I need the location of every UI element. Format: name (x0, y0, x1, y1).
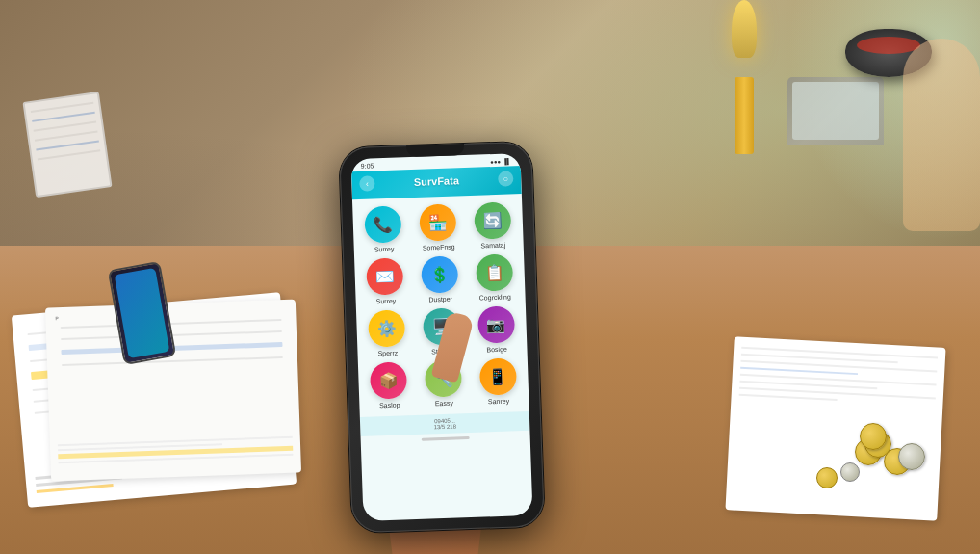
app-item-7[interactable]: ⚙️ Sperrz (362, 309, 412, 357)
app-label-7: Sperrz (377, 350, 398, 357)
app-item-4[interactable]: ✉️ Surrey (360, 257, 410, 305)
main-scene: P (0, 0, 980, 554)
app-icon-symbol-10: 📦 (379, 371, 400, 390)
app-item-2[interactable]: 🏪 SomeFnsg (413, 203, 463, 251)
app-icon-3[interactable]: 🔄 (474, 201, 511, 239)
app-label-4: Surrey (376, 298, 397, 305)
phone-notch (406, 144, 464, 157)
app-icon-symbol-1: 📞 (374, 215, 394, 234)
signal-icon: ●●● (490, 158, 501, 164)
app-icon-9[interactable]: 📷 (477, 305, 515, 343)
app-title: SurvFata (374, 173, 498, 189)
app-item-10[interactable]: 📦 Saslop (364, 361, 414, 409)
home-bar (422, 436, 470, 441)
app-icon-2[interactable]: 🏪 (419, 203, 456, 241)
app-label-3: Samataj (480, 242, 505, 250)
notebook (22, 92, 112, 198)
app-icon-1[interactable]: 📞 (365, 205, 402, 243)
app-item-6[interactable]: 📋 Cogrckling (469, 253, 519, 302)
app-icon-12[interactable]: 📱 (478, 357, 516, 395)
app-icon-symbol-6: 📋 (484, 263, 504, 282)
search-button[interactable]: ○ (498, 171, 514, 187)
app-label-9: Bosige (486, 346, 507, 354)
coin-3 (860, 423, 887, 450)
coin-5 (898, 443, 925, 470)
second-phone-screen (115, 268, 170, 358)
laptop-background (787, 77, 884, 145)
app-label-6: Cogrckling (479, 293, 511, 301)
app-icon-5[interactable]: 💲 (421, 255, 458, 293)
app-icon-symbol-7: ⚙️ (377, 319, 398, 338)
status-icons: ●●● ▐▌ (490, 158, 511, 165)
app-label-2: SomeFnsg (423, 243, 455, 251)
app-icon-symbol-5: 💲 (429, 265, 450, 284)
person-background (903, 39, 980, 231)
app-label-5: Dustper (428, 296, 452, 303)
lamp (730, 0, 759, 154)
app-icon-symbol-12: 📱 (488, 367, 508, 386)
app-label-12: Sanrey (488, 398, 509, 406)
app-item-9[interactable]: 📷 Bosige (471, 305, 521, 354)
laptop-screen (792, 82, 879, 140)
search-icon: ○ (503, 173, 508, 183)
app-icon-10[interactable]: 📦 (370, 361, 407, 399)
app-item-12[interactable]: 📱 Sanrey (473, 357, 523, 406)
app-label-10: Saslop (379, 402, 400, 409)
app-icon-symbol-3: 🔄 (482, 211, 503, 230)
app-item-3[interactable]: 🔄 Samataj (467, 201, 517, 250)
app-icon-7[interactable]: ⚙️ (368, 309, 405, 347)
paper-right (725, 336, 945, 520)
hand-area: 9:05 ●●● ▐▌ ‹ SurvFata ○ (193, 120, 691, 554)
app-grid: 📞 Surrey 🏪 SomeFnsg 🔄 (352, 194, 529, 417)
battery-icon: ▐▌ (503, 158, 511, 164)
app-item-5[interactable]: 💲 Dustper (415, 255, 465, 303)
lamp-top (732, 0, 757, 58)
app-icon-symbol-2: 🏪 (428, 213, 449, 232)
app-icon-symbol-9: 📷 (486, 315, 506, 334)
app-icon-symbol-4: ✉️ (375, 267, 396, 286)
app-label-11: Eassy (435, 400, 453, 408)
app-icon-4[interactable]: ✉️ (366, 257, 403, 295)
status-time: 9:05 (361, 162, 374, 169)
app-icon-6[interactable]: 📋 (476, 253, 513, 291)
app-label-1: Surrey (374, 246, 395, 253)
lamp-base (735, 77, 754, 154)
app-item-1[interactable]: 📞 Surrey (358, 205, 408, 253)
back-arrow-icon: ‹ (366, 179, 369, 189)
back-button[interactable]: ‹ (359, 175, 375, 192)
